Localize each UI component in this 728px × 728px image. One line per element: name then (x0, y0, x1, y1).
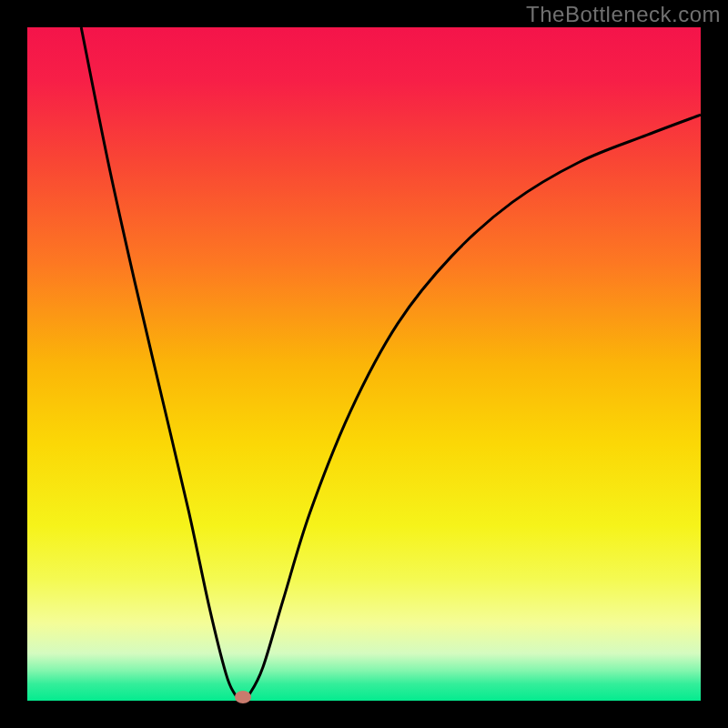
chart-frame: TheBottleneck.com (0, 0, 728, 728)
plot-area (27, 27, 701, 701)
bottleneck-curve (81, 27, 701, 701)
optimal-point-marker (235, 691, 251, 703)
watermark-text: TheBottleneck.com (526, 2, 721, 27)
curve-layer (27, 27, 701, 701)
